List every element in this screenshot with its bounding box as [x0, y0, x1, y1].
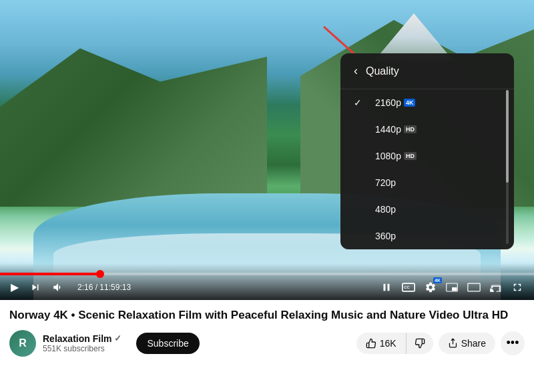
like-dislike-group: 16K: [356, 333, 433, 354]
share-button[interactable]: Share: [439, 333, 495, 354]
quality-option-720p[interactable]: 720p: [340, 169, 514, 196]
quality-option-1080p[interactable]: 1080pHD: [340, 143, 514, 169]
quality-label-1080p: 1080pHD: [375, 151, 417, 161]
theater-button[interactable]: [465, 281, 483, 293]
video-info: Norway 4K • Scenic Relaxation Film with …: [0, 300, 534, 361]
cast-button[interactable]: [487, 281, 505, 293]
quality-menu: ‹ Quality ✓ 2160p4K 1440pHD 1080pHD: [340, 53, 514, 249]
like-button[interactable]: 16K: [356, 333, 407, 354]
video-player[interactable]: ‹ Quality ✓ 2160p4K 1440pHD 1080pHD: [0, 0, 534, 300]
channel-left: R Relaxation Film ✓ 551K subscribers Sub…: [9, 330, 200, 357]
channel-name-text: Relaxation Film: [43, 333, 111, 344]
back-icon[interactable]: ‹: [354, 64, 358, 78]
quality-title: Quality: [366, 65, 399, 77]
svg-rect-6: [468, 283, 480, 291]
channel-info: Relaxation Film ✓ 551K subscribers: [43, 333, 121, 353]
channel-subscribers: 551K subscribers: [43, 344, 121, 353]
quality-scrollbar[interactable]: [506, 90, 509, 244]
quality-option-360p[interactable]: 360p: [340, 223, 514, 249]
like-count: 16K: [380, 338, 396, 349]
controls-bar: ▶ 2:16 / 11:59:13 CC 4K: [0, 263, 534, 300]
progress-dot: [96, 270, 104, 278]
pause-button[interactable]: [378, 280, 395, 295]
progress-fill: [0, 273, 100, 275]
miniplayer-button[interactable]: [443, 281, 461, 293]
quality-label-2160p: 2160p4K: [375, 97, 415, 108]
quality-label-1440p: 1440pHD: [375, 124, 417, 135]
controls-buttons: ▶ 2:16 / 11:59:13 CC 4K: [0, 279, 534, 295]
more-icon: •••: [507, 336, 519, 350]
settings-wrapper: 4K: [422, 280, 439, 295]
settings-4k-badge: 4K: [433, 277, 442, 283]
next-button[interactable]: [27, 280, 44, 295]
subscribe-button[interactable]: Subscribe: [136, 333, 199, 354]
time-display: 2:16 / 11:59:13: [77, 283, 131, 292]
quality-label-360p: 360p: [375, 231, 396, 241]
play-button[interactable]: ▶: [8, 279, 21, 295]
channel-name: Relaxation Film ✓: [43, 333, 121, 344]
scrollbar-thumb: [506, 90, 509, 183]
video-title: Norway 4K • Scenic Relaxation Film with …: [9, 308, 525, 323]
badge-4k: 4K: [404, 99, 416, 107]
more-button[interactable]: •••: [501, 331, 525, 355]
mountain-left: [0, 40, 267, 207]
svg-rect-5: [452, 287, 457, 291]
quality-option-1440p[interactable]: 1440pHD: [340, 116, 514, 143]
quality-label-480p: 480p: [375, 204, 396, 215]
badge-hd-1440p: HD: [404, 125, 417, 133]
dislike-button[interactable]: [407, 333, 433, 354]
quality-option-480p[interactable]: 480p: [340, 196, 514, 223]
badge-hd-1080p: HD: [404, 152, 417, 160]
action-buttons: 16K Share •••: [356, 331, 525, 355]
fullscreen-button[interactable]: [509, 280, 526, 295]
share-label: Share: [461, 338, 486, 349]
right-controls: CC 4K: [378, 280, 526, 295]
captions-button[interactable]: CC: [399, 281, 418, 293]
quality-option-2160p[interactable]: ✓ 2160p4K: [340, 89, 514, 116]
verified-icon: ✓: [114, 333, 121, 343]
check-icon: ✓: [354, 97, 367, 108]
quality-label-720p: 720p: [375, 177, 396, 188]
svg-text:CC: CC: [404, 285, 410, 289]
progress-bar[interactable]: [0, 273, 534, 275]
channel-avatar[interactable]: R: [9, 330, 36, 357]
volume-button[interactable]: [49, 280, 67, 295]
channel-row: R Relaxation Film ✓ 551K subscribers Sub…: [9, 330, 525, 357]
quality-header[interactable]: ‹ Quality: [340, 53, 514, 89]
